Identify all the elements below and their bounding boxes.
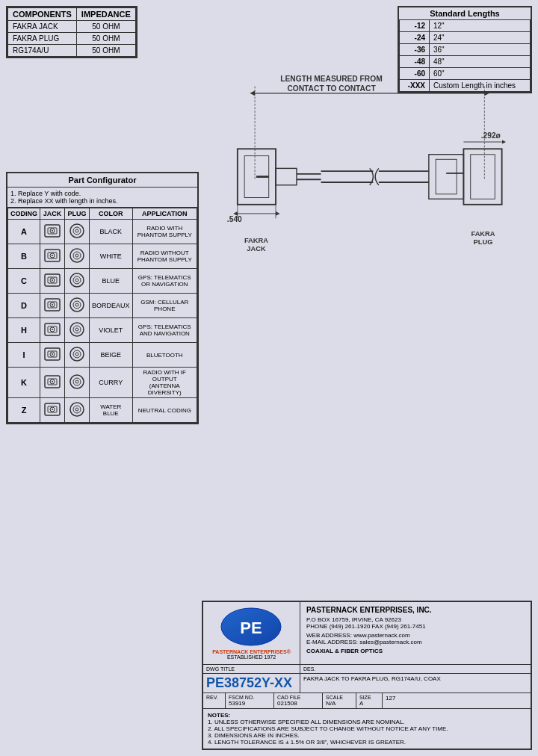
code-i: I bbox=[8, 343, 40, 368]
col-plug: PLUG bbox=[65, 208, 90, 220]
company-name: PASTERNACK ENTERPRISES, INC. bbox=[306, 606, 525, 614]
svg-point-10 bbox=[52, 255, 53, 256]
jack-icon-h bbox=[40, 318, 65, 343]
color-i: BEIGE bbox=[90, 343, 133, 368]
svg-point-5 bbox=[73, 227, 81, 235]
color-d: BORDEAUX bbox=[90, 294, 133, 318]
component-name: FAKRA JACK bbox=[8, 21, 77, 33]
component-value: 50 OHM bbox=[76, 45, 135, 57]
svg-point-26 bbox=[73, 301, 81, 309]
title-block: PE PASTERNACK ENTERPRISES® ESTABLISHED 1… bbox=[202, 601, 532, 750]
component-name: FAKRA PLUG bbox=[8, 33, 77, 45]
division: COAXIAL & FIBER OPTICS bbox=[306, 648, 525, 654]
code-h: H bbox=[8, 318, 40, 343]
logo-name: PASTERNACK ENTERPRISES® bbox=[212, 649, 291, 654]
components-table: COMPONENTS IMPEDANCE FAKRA JACK 50 OHM F… bbox=[6, 6, 137, 58]
color-c: BLUE bbox=[90, 269, 133, 294]
svg-text:FAKRA: FAKRA bbox=[471, 230, 495, 238]
color-a: BLACK bbox=[90, 220, 133, 244]
svg-point-19 bbox=[73, 276, 81, 284]
svg-point-55 bbox=[75, 408, 78, 411]
table-row: I bbox=[8, 343, 197, 368]
standard-lengths-header: Standard Lengths bbox=[400, 7, 531, 20]
web-value: www.pasternack.com bbox=[353, 632, 410, 639]
svg-point-20 bbox=[75, 279, 78, 282]
svg-text:FAKRA: FAKRA bbox=[244, 237, 268, 244]
notes-area: NOTES: 1. UNLESS OTHERWISE SPECIFIED ALL… bbox=[203, 709, 531, 749]
email-label: E-MAIL ADDRESS: bbox=[306, 639, 358, 645]
fscm-area: FSCM NO. 53919 bbox=[226, 693, 274, 708]
des-label: DES. bbox=[300, 665, 531, 674]
svg-point-4 bbox=[70, 224, 84, 238]
svg-point-17 bbox=[52, 279, 53, 281]
svg-point-39 bbox=[70, 347, 84, 361]
svg-point-48 bbox=[75, 380, 78, 383]
svg-point-18 bbox=[70, 273, 84, 287]
table-row: Z bbox=[8, 398, 197, 423]
svg-point-40 bbox=[73, 350, 81, 358]
component-name: RG174A/U bbox=[8, 45, 77, 57]
plug-icon-d bbox=[65, 294, 90, 318]
jack-icon-k bbox=[40, 368, 65, 398]
dwg-title-label: DWG TITLE bbox=[203, 665, 300, 674]
col-color: COLOR bbox=[90, 208, 133, 220]
email-value: sales@pasternack.com bbox=[359, 639, 421, 645]
svg-text:.292ø: .292ø bbox=[481, 131, 501, 140]
size-area: SIZE A bbox=[356, 693, 383, 708]
svg-text:CONTACT TO CONTACT: CONTACT TO CONTACT bbox=[287, 84, 376, 93]
svg-text:PLUG: PLUG bbox=[474, 238, 493, 246]
color-b: WHITE bbox=[90, 244, 133, 269]
logo-est: ESTABLISHED 1972 bbox=[227, 654, 276, 660]
code-z: Z bbox=[8, 398, 40, 423]
company-address: P.O BOX 16759, IRVINE, CA 92623 bbox=[306, 616, 525, 623]
col-jack: JACK bbox=[40, 208, 65, 220]
components-header: COMPONENTS bbox=[8, 8, 77, 21]
part-configurator-title: Part Configurator bbox=[7, 173, 197, 188]
svg-point-24 bbox=[52, 304, 53, 306]
svg-rect-72 bbox=[436, 159, 457, 194]
part-configurator: Part Configurator 1. Replace Y with code… bbox=[6, 172, 199, 424]
code-k: K bbox=[8, 368, 40, 398]
note3: 3. DIMENSIONS ARE IN INCHES. bbox=[208, 732, 526, 739]
component-value: 50 OHM bbox=[76, 21, 135, 33]
note2: 2. ALL SPECIFICATIONS ARE SUBJECT TO CHA… bbox=[208, 725, 526, 732]
svg-rect-74 bbox=[463, 149, 501, 204]
color-z: WATERBLUE bbox=[90, 398, 133, 423]
svg-point-3 bbox=[52, 230, 53, 232]
app-a: RADIO WITHPHANTOM SUPPLY bbox=[132, 220, 197, 244]
svg-text:LENGTH MEASURED FROM: LENGTH MEASURED FROM bbox=[280, 75, 382, 83]
des-value: FAKRA JACK TO FAKRA PLUG, RG174A/U, COAX bbox=[300, 674, 531, 693]
table-row: -12 12" bbox=[400, 20, 531, 32]
jack-icon-z bbox=[40, 398, 65, 423]
part-number: PE38752Y-XX bbox=[206, 675, 292, 691]
app-d: GSM: CELLULARPHONE bbox=[132, 294, 197, 318]
web-label: WEB ADDRESS: bbox=[306, 632, 352, 639]
svg-point-38 bbox=[52, 353, 53, 355]
code-c: C bbox=[8, 269, 40, 294]
table-row: B bbox=[8, 244, 197, 269]
svg-rect-75 bbox=[471, 155, 495, 199]
svg-point-27 bbox=[75, 303, 78, 306]
code-b: B bbox=[8, 244, 40, 269]
svg-point-31 bbox=[52, 329, 53, 330]
svg-point-33 bbox=[73, 326, 81, 333]
impedance-header: IMPEDANCE bbox=[76, 8, 135, 21]
svg-text:PE: PE bbox=[240, 619, 262, 637]
note1: 1. UNLESS OTHERWISE SPECIFIED ALL DIMENS… bbox=[208, 719, 526, 725]
plug-icon-i bbox=[65, 343, 90, 368]
svg-point-6 bbox=[75, 229, 78, 232]
plug-icon-a bbox=[65, 220, 90, 244]
svg-point-46 bbox=[70, 375, 84, 388]
svg-rect-64 bbox=[276, 168, 297, 185]
jack-icon-c bbox=[40, 269, 65, 294]
note4: 4. LENGTH TOLERANCE IS ± 1.5% OR 3/8", W… bbox=[208, 739, 526, 746]
svg-text:JACK: JACK bbox=[247, 245, 266, 252]
jack-icon-d bbox=[40, 294, 65, 318]
app-k: RADIO WITH IFOUTPUT(ANTENNA DIVERSITY) bbox=[132, 368, 197, 398]
plug-icon-b bbox=[65, 244, 90, 269]
svg-point-34 bbox=[75, 328, 78, 331]
svg-point-12 bbox=[73, 252, 81, 259]
length-desc: 12" bbox=[430, 20, 531, 32]
pc-note2: 2. Replace XX with length in inches. bbox=[10, 197, 194, 205]
rev-area: REV. bbox=[203, 693, 226, 708]
